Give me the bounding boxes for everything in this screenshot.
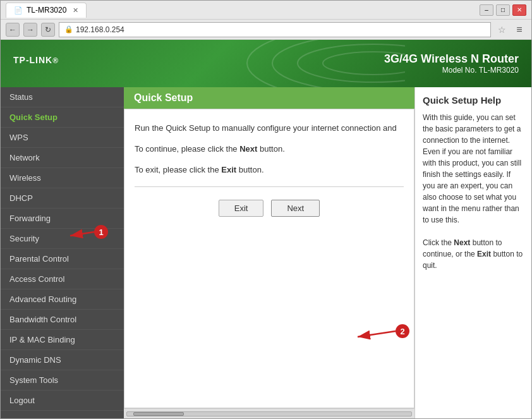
nav-bar: ← → ↻ 🔒 192.168.0.254 ☆ ≡: [1, 20, 531, 40]
sidebar: Status Quick Setup WPS Network Wireless …: [1, 87, 124, 418]
sidebar-item-forwarding[interactable]: Forwarding: [1, 209, 124, 229]
logo-text: TP-LINK: [13, 54, 52, 64]
sidebar-item-status[interactable]: Status: [1, 87, 124, 107]
sidebar-item-advanced-routing[interactable]: Advanced Routing: [1, 289, 124, 310]
main-layout: 1 2 Status Quick Setup WP: [1, 87, 531, 418]
next-button[interactable]: Next: [271, 200, 320, 217]
help-next-bold: Next: [454, 238, 470, 247]
sidebar-item-bandwidth-control[interactable]: Bandwidth Control: [1, 310, 124, 330]
svg-point-0: [247, 40, 405, 87]
content-line3: To exit, please click the Exit button.: [135, 164, 404, 177]
sidebar-item-logout[interactable]: Logout: [1, 391, 124, 411]
page-title: Quick Setup: [134, 92, 404, 104]
tab-title: TL-MR3020: [27, 6, 66, 15]
content-area: Quick Setup Run the Quick Setup to manua…: [124, 87, 531, 418]
router-model-info: 3G/4G Wireless N Router Model No. TL-MR3…: [384, 52, 519, 75]
content-body: Run the Quick Setup to manually configur…: [124, 109, 414, 408]
router-header: TP-LINK® 3G/4G Wireless N Router Model N…: [1, 40, 531, 87]
address-bar[interactable]: 🔒 192.168.0.254: [59, 22, 491, 37]
bookmark-btn[interactable]: ☆: [495, 23, 509, 37]
sidebar-item-quick-setup[interactable]: Quick Setup: [1, 107, 124, 128]
help-title: Quick Setup Help: [423, 95, 524, 106]
page-title-bar: Quick Setup: [124, 87, 414, 109]
router-ui: TP-LINK® 3G/4G Wireless N Router Model N…: [1, 40, 531, 418]
sidebar-item-wps[interactable]: WPS: [1, 128, 124, 148]
sidebar-item-wireless[interactable]: Wireless: [1, 168, 124, 188]
annotation-badge-2: 2: [396, 324, 409, 338]
sidebar-item-access-control[interactable]: Access Control: [1, 269, 124, 289]
button-row: Exit Next: [135, 200, 404, 217]
help-text: With this guide, you can set the basic p…: [423, 112, 524, 271]
scrollbar-thumb[interactable]: [133, 412, 184, 416]
help-panel: Quick Setup Help With this guide, you ca…: [414, 87, 531, 418]
minimize-btn[interactable]: –: [480, 4, 493, 16]
sidebar-item-dhcp[interactable]: DHCP: [1, 188, 124, 209]
next-inline-label: Next: [239, 144, 257, 154]
exit-inline-label: Exit: [221, 165, 236, 174]
router-product-name: 3G/4G Wireless N Router: [384, 52, 519, 66]
help-exit-bold: Exit: [477, 250, 491, 258]
address-icon: 🔒: [64, 25, 73, 33]
refresh-btn[interactable]: ↻: [41, 23, 55, 37]
exit-button[interactable]: Exit: [219, 200, 264, 217]
scrollbar-track[interactable]: [126, 411, 412, 416]
browser-tab[interactable]: 📄 TL-MR3020 ✕: [6, 3, 87, 18]
router-model-number: Model No. TL-MR3020: [384, 66, 519, 75]
main-content: Quick Setup Run the Quick Setup to manua…: [124, 87, 414, 418]
close-btn[interactable]: ✕: [512, 4, 526, 16]
sidebar-item-ip-mac-binding[interactable]: IP & MAC Binding: [1, 330, 124, 350]
tp-link-logo: TP-LINK®: [13, 54, 59, 74]
forward-btn[interactable]: →: [23, 23, 37, 37]
horizontal-scrollbar[interactable]: [124, 408, 414, 418]
annotation-badge-1: 1: [94, 225, 108, 239]
logo-reg: ®: [52, 56, 59, 64]
tab-close-btn[interactable]: ✕: [73, 6, 78, 15]
maximize-btn[interactable]: □: [496, 4, 510, 16]
sidebar-item-network[interactable]: Network: [1, 148, 124, 168]
tab-favicon: 📄: [14, 6, 23, 15]
window-controls: – □ ✕: [480, 4, 526, 16]
menu-btn[interactable]: ≡: [512, 23, 526, 37]
sidebar-item-dynamic-dns[interactable]: Dynamic DNS: [1, 350, 124, 370]
back-btn[interactable]: ←: [6, 23, 20, 37]
content-divider: [135, 186, 404, 187]
sidebar-item-parental-control[interactable]: Parental Control: [1, 249, 124, 269]
sidebar-item-system-tools[interactable]: System Tools: [1, 370, 124, 391]
address-text: 192.168.0.254: [76, 25, 124, 34]
content-line2: To continue, please click the Next butto…: [135, 143, 404, 156]
title-bar: 📄 TL-MR3020 ✕ – □ ✕: [1, 1, 531, 20]
header-decoration: [215, 40, 405, 87]
content-line1: Run the Quick Setup to manually configur…: [135, 122, 404, 135]
